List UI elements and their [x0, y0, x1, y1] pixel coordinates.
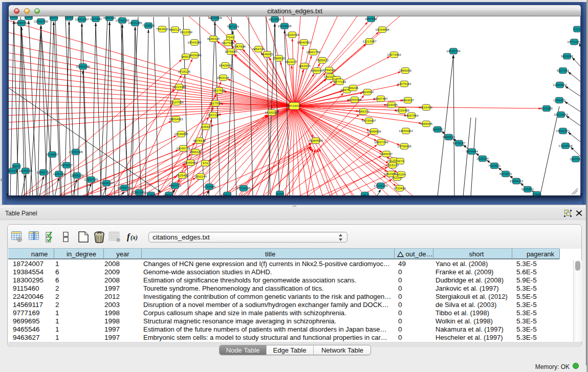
svg-text:1244415: 1244415 [553, 98, 566, 102]
svg-text:10719185: 10719185 [115, 18, 129, 22]
svg-text:16543382: 16543382 [187, 40, 202, 44]
svg-text:2020657: 2020657 [46, 152, 59, 156]
svg-text:18300295: 18300295 [265, 111, 279, 114]
svg-text:7955812: 7955812 [316, 58, 329, 62]
svg-text:(x): (x) [130, 234, 138, 241]
svg-text:2087682: 2087682 [365, 17, 378, 20]
svg-text:10688609: 10688609 [367, 129, 381, 133]
svg-text:12505135: 12505135 [70, 173, 84, 177]
svg-text:8660124: 8660124 [169, 28, 182, 31]
svg-text:11156829: 11156829 [19, 169, 33, 172]
svg-text:11325419: 11325419 [285, 33, 299, 36]
svg-text:16671385: 16671385 [128, 21, 142, 25]
svg-text:16107554: 16107554 [169, 100, 184, 104]
svg-text:8466160: 8466160 [103, 16, 116, 19]
svg-text:14136141: 14136141 [374, 184, 388, 187]
svg-text:8990448: 8990448 [311, 69, 323, 72]
svg-text:14957864: 14957864 [404, 114, 419, 117]
svg-text:17359928: 17359928 [69, 150, 83, 154]
svg-text:9327505: 9327505 [222, 41, 234, 45]
svg-text:2588520: 2588520 [273, 56, 286, 60]
svg-text:8186328: 8186328 [207, 37, 220, 40]
svg-text:19654923: 19654923 [169, 117, 183, 121]
svg-text:1640: 1640 [10, 16, 17, 18]
svg-text:3824554: 3824554 [361, 90, 374, 94]
svg-text:3427552: 3427552 [213, 89, 226, 92]
svg-text:16210643: 16210643 [554, 113, 568, 116]
svg-text:2054: 2054 [276, 192, 284, 195]
svg-text:1733426: 1733426 [394, 186, 406, 190]
svg-text:9699695: 9699695 [420, 122, 433, 125]
svg-text:9084067: 9084067 [380, 152, 393, 156]
svg-text:10654112: 10654112 [509, 179, 524, 183]
svg-text:14055712: 14055712 [14, 21, 29, 25]
svg-text:20364436: 20364436 [347, 98, 362, 101]
svg-text:16053: 16053 [64, 16, 74, 19]
svg-text:9227342: 9227342 [557, 69, 570, 72]
svg-text:9329966: 9329966 [561, 54, 574, 58]
svg-text:7485063: 7485063 [399, 69, 412, 72]
svg-text:17957255: 17957255 [84, 178, 98, 181]
svg-text:25053346: 25053346 [76, 64, 90, 68]
svg-text:1167534: 1167534 [570, 157, 580, 161]
svg-text:7625402: 7625402 [176, 173, 189, 177]
svg-text:10653287: 10653287 [75, 17, 89, 21]
svg-text:8471676: 8471676 [499, 172, 512, 176]
svg-text:9474444: 9474444 [466, 149, 478, 153]
svg-text:18724007: 18724007 [287, 104, 301, 107]
svg-text:7986372: 7986372 [357, 110, 370, 113]
svg-text:8322037: 8322037 [285, 60, 298, 63]
svg-text:746206: 746206 [348, 86, 359, 90]
svg-text:3267110: 3267110 [207, 113, 220, 117]
svg-text:9712: 9712 [224, 193, 231, 195]
svg-text:8912954: 8912954 [180, 30, 193, 34]
svg-text:7515526: 7515526 [142, 24, 155, 27]
svg-text:18807249: 18807249 [374, 140, 388, 144]
svg-text:12213389: 12213389 [172, 85, 186, 89]
svg-text:10973493: 10973493 [387, 53, 401, 56]
svg-text:15692971: 15692971 [556, 129, 570, 133]
svg-text:1413: 1413 [361, 193, 368, 195]
svg-text:10025458: 10025458 [395, 108, 409, 112]
svg-text:16782759: 16782759 [117, 186, 132, 189]
svg-text:15751074: 15751074 [567, 40, 580, 43]
svg-text:12942737: 12942737 [36, 170, 51, 174]
svg-text:9115460: 9115460 [420, 105, 432, 109]
svg-text:10046718: 10046718 [176, 146, 190, 150]
svg-text:164095: 164095 [432, 127, 443, 131]
svg-text:2935114: 2935114 [476, 157, 489, 160]
svg-text:8215955: 8215955 [540, 106, 553, 110]
svg-text:19756928: 19756928 [397, 144, 411, 148]
svg-text:10807487: 10807487 [374, 97, 388, 100]
svg-text:15720407: 15720407 [362, 119, 376, 122]
svg-text:22091406: 22091406 [34, 19, 48, 23]
svg-text:2867608: 2867608 [233, 45, 246, 48]
svg-text:15716485: 15716485 [236, 186, 251, 190]
svg-text:14099469: 14099469 [183, 161, 198, 164]
svg-text:8938923: 8938923 [443, 135, 455, 139]
svg-text:3017004: 3017004 [209, 101, 222, 105]
svg-text:2803144: 2803144 [217, 76, 230, 79]
svg-text:9657771: 9657771 [169, 184, 182, 187]
svg-text:9975857: 9975857 [60, 163, 73, 167]
svg-text:10479: 10479 [49, 16, 58, 19]
svg-text:1112: 1112 [574, 27, 580, 31]
svg-text:19166825: 19166825 [174, 132, 188, 136]
svg-text:8813054: 8813054 [269, 17, 281, 21]
svg-text:1162615: 1162615 [298, 64, 311, 68]
svg-text:3875685: 3875685 [225, 50, 237, 53]
svg-text:12093872: 12093872 [553, 83, 567, 86]
svg-text:1498222: 1498222 [189, 150, 202, 154]
svg-text:12213957: 12213957 [362, 39, 377, 43]
svg-text:16648784: 16648784 [446, 49, 461, 53]
svg-text:16961758: 16961758 [306, 50, 320, 54]
svg-text:6794028: 6794028 [323, 68, 336, 72]
svg-text:19218506: 19218506 [277, 24, 292, 28]
svg-text:2718126: 2718126 [178, 70, 191, 73]
svg-text:18640910: 18640910 [297, 40, 311, 44]
svg-text:7857224: 7857224 [227, 25, 239, 28]
svg-text:9245652: 9245652 [521, 187, 534, 191]
svg-text:6479197: 6479197 [453, 141, 466, 145]
svg-text:35001: 35001 [12, 164, 21, 168]
svg-text:97448: 97448 [532, 192, 541, 195]
